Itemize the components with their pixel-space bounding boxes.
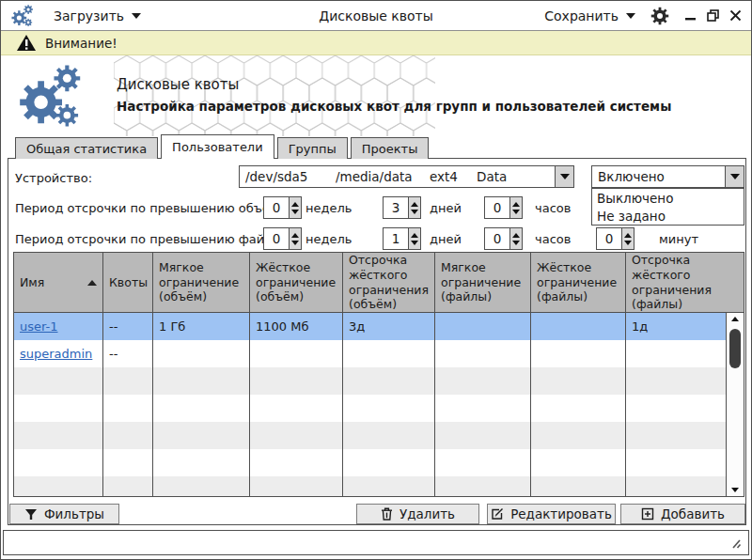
arrow-down-icon <box>731 488 739 492</box>
spinner-value: 3 <box>384 197 408 218</box>
quota-status-popup: Выключено Не задано <box>591 188 744 226</box>
device-combobox-value: /dev/sda5 /media/data ext4 Data <box>240 166 555 187</box>
device-name: Data <box>477 169 507 184</box>
column-header-name[interactable]: Имя <box>14 253 103 312</box>
app-gears-icon <box>10 4 35 28</box>
spinner-value: 0 <box>485 228 509 249</box>
cell-hard-files <box>531 313 626 340</box>
cell-soft-files <box>435 313 531 340</box>
spin-up-icon <box>624 233 632 238</box>
option-not-set[interactable]: Не задано <box>592 207 744 225</box>
spinner-buttons[interactable] <box>289 197 301 218</box>
grace-files-weeks-spinner[interactable]: 0 <box>263 227 302 250</box>
chevron-down-icon <box>560 174 570 179</box>
tab-groups[interactable]: Группы <box>277 137 348 159</box>
filters-button[interactable]: Фильтры <box>9 504 119 524</box>
empty-row <box>14 367 744 395</box>
scroll-down-button[interactable] <box>727 488 744 492</box>
close-button[interactable] <box>729 9 742 22</box>
app-window: Загрузить Дисковые квоты Сохранить <box>0 0 752 560</box>
device-combobox[interactable]: /dev/sda5 /media/data ext4 Data <box>239 165 574 188</box>
spinner-value: 0 <box>264 197 289 218</box>
grace-volume-weeks-spinner[interactable]: 0 <box>263 196 302 219</box>
grace-files-minutes-spinner[interactable]: 0 <box>596 227 634 250</box>
add-button-label: Добавить <box>661 506 725 521</box>
content-panel: Устройство: /dev/sda5 /media/data ext4 D… <box>8 158 746 525</box>
table-row-superadmin[interactable]: superadmin -- <box>14 340 744 367</box>
minimize-button[interactable] <box>684 9 697 22</box>
chevron-down-icon <box>626 13 635 19</box>
days-unit-label: дней <box>430 201 462 215</box>
add-button[interactable]: Добавить <box>620 504 745 524</box>
titlebar: Загрузить Дисковые квоты Сохранить <box>1 1 751 31</box>
grace-volume-days-spinner[interactable]: 3 <box>383 196 421 219</box>
column-header-soft-volume[interactable]: Мягкое ограничение (объём) <box>153 253 250 312</box>
weeks-unit-label: недель <box>306 201 352 215</box>
column-header-soft-files[interactable]: Мягкое ограничение (файлы) <box>435 253 531 312</box>
column-header-hard-files[interactable]: Жёсткое ограничение (файлы) <box>531 253 626 312</box>
edit-button[interactable]: Редактировать <box>487 504 616 524</box>
column-header-hard-volume[interactable]: Жёсткое ограничение (объём) <box>250 253 343 312</box>
resize-grip[interactable] <box>728 537 742 550</box>
combo-arrow-button[interactable] <box>555 166 573 187</box>
tab-users[interactable]: Пользователи <box>161 134 274 159</box>
vertical-scrollbar[interactable] <box>726 313 744 496</box>
arrow-up-icon <box>731 317 739 321</box>
settings-gear-icon[interactable] <box>650 7 669 25</box>
scroll-thumb[interactable] <box>729 329 741 368</box>
delete-button[interactable]: Удалить <box>356 504 479 524</box>
save-menu-button[interactable]: Сохранить <box>544 8 635 23</box>
spin-up-icon <box>411 202 418 207</box>
spinner-buttons[interactable] <box>408 228 420 249</box>
filters-button-label: Фильтры <box>44 506 104 521</box>
device-path: /dev/sda5 <box>245 169 336 184</box>
gears-logo-icon <box>16 62 86 132</box>
spinner-buttons[interactable] <box>621 228 634 249</box>
combo-arrow-button[interactable] <box>725 166 744 187</box>
spinner-buttons[interactable] <box>509 197 522 218</box>
grace-volume-hours-spinner[interactable]: 0 <box>484 196 523 219</box>
load-menu-button[interactable]: Загрузить <box>54 8 141 23</box>
column-header-grace-files[interactable]: Отсрочка жёсткого ограничения (файлы) <box>626 253 744 312</box>
column-header-quotas[interactable]: Квоты <box>103 253 153 312</box>
warning-triangle-icon <box>16 34 37 52</box>
spinner-buttons[interactable] <box>289 228 301 249</box>
tab-projects[interactable]: Проекты <box>351 137 430 159</box>
user-link[interactable]: superadmin <box>20 347 92 361</box>
page-subtitle: Настройка параметров дисковых квот для г… <box>117 99 671 114</box>
spinner-value: 0 <box>597 228 621 249</box>
quota-status-combobox[interactable]: Включено <box>591 165 744 188</box>
spin-up-icon <box>291 202 299 207</box>
spin-down-icon <box>512 241 520 245</box>
grace-files-days-spinner[interactable]: 1 <box>383 227 421 250</box>
cell-soft-volume: 1 Гб <box>153 313 250 340</box>
chevron-down-icon <box>132 13 141 19</box>
grace-files-hours-spinner[interactable]: 0 <box>484 227 523 250</box>
spinner-value: 1 <box>384 228 408 249</box>
spinner-buttons[interactable] <box>509 228 522 249</box>
tab-general-statistics[interactable]: Общая статистика <box>15 137 158 159</box>
spin-down-icon <box>512 210 520 214</box>
scroll-up-button[interactable] <box>727 317 744 321</box>
cell-grace-files: 1д <box>626 313 726 340</box>
table-body: user-1 -- 1 Гб 1100 Мб 3д 1д superadmin … <box>14 313 744 496</box>
spin-down-icon <box>411 241 418 245</box>
column-header-grace-volume[interactable]: Отсрочка жёсткого ограничения (объём) <box>343 253 435 312</box>
filter-funnel-icon <box>24 508 38 521</box>
edit-pencil-icon <box>491 507 504 521</box>
device-mountpoint: /media/data <box>336 169 430 184</box>
weeks-unit-label: недель <box>306 232 352 246</box>
option-disabled[interactable]: Выключено <box>592 189 744 207</box>
restore-button[interactable] <box>707 9 719 22</box>
user-link[interactable]: user-1 <box>20 319 58 334</box>
minutes-unit-label: минут <box>659 232 698 246</box>
cell-grace-volume <box>343 340 435 367</box>
empty-row <box>14 395 744 422</box>
spinner-buttons[interactable] <box>408 197 420 218</box>
spin-up-icon <box>512 202 520 207</box>
table-row-user-1[interactable]: user-1 -- 1 Гб 1100 Мб 3д 1д <box>14 313 744 340</box>
tab-bar: Общая статистика Пользователи Группы Про… <box>15 134 431 159</box>
spinner-value: 0 <box>485 197 509 218</box>
users-table: Имя Квоты Мягкое ограничение (объём) Жёс… <box>13 252 744 497</box>
spin-up-icon <box>512 233 520 238</box>
